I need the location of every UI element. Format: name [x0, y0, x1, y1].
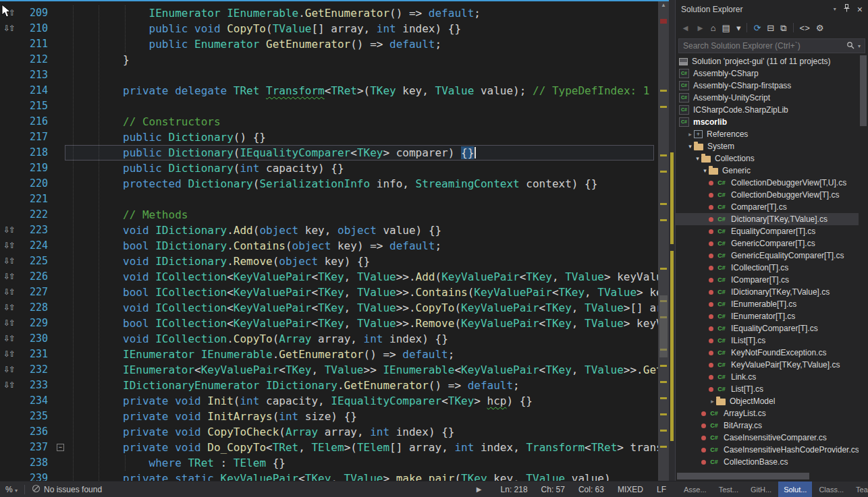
line-number[interactable]: 226 [19, 269, 51, 285]
panel-tab-tea[interactable]: Tea... [850, 481, 868, 497]
implements-interface-icon[interactable]: ⇩⇧ [0, 254, 19, 269]
panel-tab-asse[interactable]: Asse... [678, 481, 712, 497]
home-icon[interactable]: ⌂ [711, 24, 716, 32]
code-line-235[interactable]: 235 private void InitArrays(int size) {} [0, 409, 658, 424]
zoom-control[interactable]: % ▾ [5, 485, 18, 494]
tree-item-ilist-t-cs[interactable]: C#IList[T].cs [676, 334, 859, 347]
implements-interface-icon[interactable]: ⇩⇧ [0, 378, 19, 393]
panel-titlebar[interactable]: Solution Explorer ▾ × [676, 0, 868, 19]
settings-icon[interactable]: ⚙ [816, 24, 824, 32]
line-number[interactable]: 238 [19, 455, 51, 471]
code-line-222[interactable]: 222 // Methods [0, 207, 658, 223]
tree-item-collectiondebuggerview-t-u-cs[interactable]: C#CollectionDebuggerView[T,U].cs [676, 177, 859, 189]
line-number[interactable]: 228 [19, 300, 51, 316]
line-number[interactable]: 231 [19, 347, 51, 362]
code-line-213[interactable]: 213 [0, 67, 658, 83]
implements-interface-icon[interactable]: ⇩⇧ [0, 238, 19, 254]
code-line-218[interactable]: 218 public Dictionary(IEqualityComparer<… [0, 145, 658, 160]
line-number[interactable]: 215 [19, 98, 51, 114]
scrollbar-thumb[interactable] [677, 473, 809, 479]
tree-item-genericequalitycomparer-t-cs[interactable]: C#GenericEqualityComparer[T].cs [676, 250, 859, 262]
line-number[interactable]: 237 [19, 440, 51, 455]
implements-interface-icon[interactable]: ⇩⇧ [0, 269, 19, 285]
line-number[interactable]: 223 [19, 223, 51, 238]
collapse-region-icon[interactable]: − [57, 444, 64, 451]
close-icon[interactable]: × [857, 0, 863, 19]
line-number[interactable]: 230 [19, 331, 51, 347]
tree-item-genericcomparer-t-cs[interactable]: C#GenericComparer[T].cs [676, 237, 859, 250]
line-number[interactable]: 229 [19, 316, 51, 331]
line-number[interactable]: 217 [19, 129, 51, 145]
tree-item-keyvaluepair-tkey-tvalue-cs[interactable]: C#KeyValuePair[TKey,TValue].cs [676, 359, 859, 371]
tree-item-system[interactable]: ▾System [676, 140, 859, 152]
tree-item-keynotfoundexception-cs[interactable]: C#KeyNotFoundException.cs [676, 347, 859, 359]
forward-icon[interactable]: ► [696, 24, 705, 32]
implements-interface-icon[interactable]: ⇩⇧ [0, 223, 19, 238]
tree-item-comparer-t-cs[interactable]: C#Comparer[T].cs [676, 201, 859, 213]
panel-tab-class[interactable]: Class... [813, 481, 849, 497]
line-number[interactable]: 216 [19, 114, 51, 129]
chevron-down-icon[interactable]: ▾ [686, 143, 694, 150]
tree-item-equalitycomparer-t-cs[interactable]: C#EqualityComparer[T].cs [676, 225, 859, 237]
show-all-files-icon[interactable]: ⧉ [780, 24, 786, 32]
panel-tab-test[interactable]: Test... [713, 481, 744, 497]
line-number[interactable]: 239 [19, 471, 51, 481]
chevron-down-icon[interactable]: ▾ [694, 155, 701, 162]
line-number[interactable]: 225 [19, 254, 51, 269]
code-line-221[interactable]: 221 [0, 192, 658, 207]
tree-item-references[interactable]: ▸+References [676, 128, 859, 140]
tree-item-generic[interactable]: ▾Generic [676, 165, 859, 177]
tree-item-arraylist-cs[interactable]: C#ArrayList.cs [676, 407, 859, 419]
code-line-214[interactable]: 214 private delegate TRet Transform<TRet… [0, 83, 658, 98]
tree-item-iequalitycomparer-t-cs[interactable]: C#IEqualityComparer[T].cs [676, 322, 859, 334]
scrollbar-thumb[interactable] [659, 295, 668, 357]
panel-tab-solut[interactable]: Solut... [778, 481, 812, 497]
code-line-224[interactable]: ⇩⇧224 bool IDictionary.Contains(object k… [0, 238, 658, 254]
line-number[interactable]: 211 [19, 36, 51, 52]
chevron-right-icon[interactable]: ▸ [686, 131, 694, 138]
implements-interface-icon[interactable]: ⇩⇧ [0, 331, 19, 347]
refresh-icon[interactable]: ⟳ [753, 24, 761, 32]
code-line-223[interactable]: ⇩⇧223 void IDictionary.Add(object key, o… [0, 223, 658, 238]
scrollbar-up-icon[interactable]: ▲ [658, 2, 669, 8]
outline-margin[interactable]: − [51, 440, 71, 455]
tree-item-collections[interactable]: ▾Collections [676, 152, 859, 165]
view-code-icon[interactable]: <> [800, 24, 810, 32]
implements-interface-icon[interactable]: ⇩⇧ [0, 362, 19, 378]
implements-interface-icon[interactable]: ⇩⇧ [0, 21, 19, 36]
editor-vertical-scrollbar[interactable]: ▲ [658, 0, 669, 481]
code-line-227[interactable]: ⇩⇧227 bool ICollection<KeyValuePair<TKey… [0, 285, 658, 300]
code-line-233[interactable]: ⇩⇧233 IDictionaryEnumerator IDictionary.… [0, 378, 658, 393]
line-number[interactable]: 218 [19, 145, 51, 160]
code-line-230[interactable]: ⇩⇧230 void ICollection.CopyTo(Array arra… [0, 331, 658, 347]
switch-views-icon[interactable]: ▤ [722, 24, 730, 32]
tree-item-solution-project-gui-11-of-11-projects[interactable]: Solution 'project-gui' (11 of 11 project… [676, 55, 859, 67]
search-input[interactable]: Search Solution Explorer (Ctrl+`) ▾ [678, 38, 865, 53]
code-line-237[interactable]: 237− private void Do_CopyTo<TRet, TElem>… [0, 440, 658, 455]
code-line-234[interactable]: 234 private void Init(int capacity, IEqu… [0, 393, 658, 409]
search-dropdown-icon[interactable]: ▾ [858, 43, 861, 49]
code-line-225[interactable]: ⇩⇧225 void IDictionary.Remove(object key… [0, 254, 658, 269]
line-number[interactable]: 212 [19, 52, 51, 67]
line-number[interactable]: 209 [19, 5, 51, 21]
tree-horizontal-scrollbar[interactable] [676, 471, 859, 481]
panel-tab-gith[interactable]: GitH... [745, 481, 777, 497]
tree-item-assembly-unityscript[interactable]: C#Assembly-UnityScript [676, 92, 859, 104]
implements-interface-icon[interactable]: ⇩⇧ [0, 285, 19, 300]
tree-item-link-cs[interactable]: C#Link.cs [676, 371, 859, 383]
code-line-226[interactable]: ⇩⇧226 void ICollection<KeyValuePair<TKey… [0, 269, 658, 285]
tree-item-list-t-cs[interactable]: C#List[T].cs [676, 383, 859, 395]
chevron-right-icon[interactable]: ▸ [709, 398, 716, 405]
line-number[interactable]: 214 [19, 83, 51, 98]
implements-interface-icon[interactable]: ⇩⇧ [0, 347, 19, 362]
code-line-210[interactable]: ⇩⇧210 public void CopyTo(TValue[] array,… [0, 21, 658, 36]
code-line-228[interactable]: ⇩⇧228 void ICollection<KeyValuePair<TKey… [0, 300, 658, 316]
line-number[interactable]: 224 [19, 238, 51, 254]
code-line-216[interactable]: 216 // Constructors [0, 114, 658, 129]
line-number[interactable]: 220 [19, 176, 51, 192]
code-line-236[interactable]: 236 private void CopyToCheck(Array array… [0, 424, 658, 440]
tree-item-objectmodel[interactable]: ▸ObjectModel [676, 395, 859, 407]
back-icon[interactable]: ◄ [681, 24, 690, 32]
line-number[interactable]: 213 [19, 67, 51, 83]
tree-item-ienumerator-t-cs[interactable]: C#IEnumerator[T].cs [676, 310, 859, 322]
